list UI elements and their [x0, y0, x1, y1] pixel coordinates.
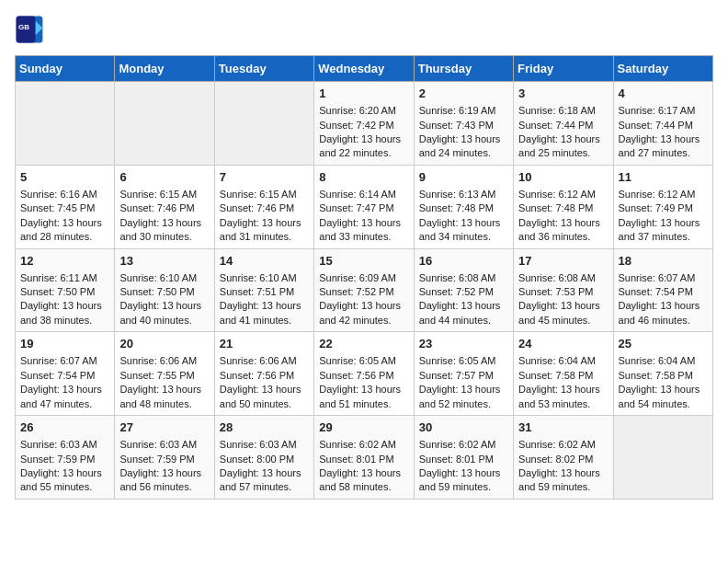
daylight: Daylight: 13 hours and 44 minutes.: [419, 300, 501, 325]
daylight: Daylight: 13 hours and 59 minutes.: [518, 467, 600, 492]
sunrise: Sunrise: 6:05 AM: [419, 355, 496, 366]
calendar-header: SundayMondayTuesdayWednesdayThursdayFrid…: [16, 56, 713, 82]
daylight: Daylight: 13 hours and 33 minutes.: [319, 217, 401, 242]
calendar-day-cell: 15Sunrise: 6:09 AMSunset: 7:52 PMDayligh…: [314, 248, 414, 332]
sunset: Sunset: 7:54 PM: [619, 286, 693, 297]
sunrise: Sunrise: 6:03 AM: [20, 439, 97, 450]
sunset: Sunset: 8:00 PM: [220, 454, 294, 465]
weekday-header: Friday: [514, 56, 613, 82]
weekday-header: Wednesday: [314, 56, 414, 82]
daylight: Daylight: 13 hours and 59 minutes.: [419, 467, 501, 492]
calendar-day-cell: 20Sunrise: 6:06 AMSunset: 7:55 PMDayligh…: [115, 332, 214, 416]
calendar-day-cell: 27Sunrise: 6:03 AMSunset: 7:59 PMDayligh…: [115, 416, 214, 500]
sunset: Sunset: 7:56 PM: [319, 370, 393, 381]
sunset: Sunset: 7:46 PM: [119, 202, 194, 213]
daylight: Daylight: 13 hours and 42 minutes.: [319, 300, 401, 325]
sunrise: Sunrise: 6:07 AM: [20, 355, 97, 366]
sunset: Sunset: 8:01 PM: [319, 454, 393, 465]
calendar-day-cell: [115, 82, 214, 166]
day-number: 9: [419, 169, 508, 186]
daylight: Daylight: 13 hours and 36 minutes.: [518, 217, 600, 242]
calendar-day-cell: 6Sunrise: 6:15 AMSunset: 7:46 PMDaylight…: [115, 165, 214, 248]
sunrise: Sunrise: 6:12 AM: [619, 189, 696, 200]
daylight: Daylight: 13 hours and 51 minutes.: [319, 384, 401, 408]
calendar-week-row: 5Sunrise: 6:16 AMSunset: 7:45 PMDaylight…: [16, 165, 713, 248]
sunset: Sunset: 7:50 PM: [119, 286, 194, 297]
sunrise: Sunrise: 6:11 AM: [20, 272, 97, 283]
sunrise: Sunrise: 6:15 AM: [119, 189, 197, 200]
calendar-day-cell: 7Sunrise: 6:15 AMSunset: 7:46 PMDaylight…: [214, 165, 313, 248]
daylight: Daylight: 13 hours and 57 minutes.: [220, 467, 301, 492]
day-number: 19: [20, 336, 109, 352]
daylight: Daylight: 13 hours and 55 minutes.: [20, 467, 102, 492]
calendar-day-cell: 4Sunrise: 6:17 AMSunset: 7:44 PMDaylight…: [613, 82, 712, 166]
daylight: Daylight: 13 hours and 47 minutes.: [20, 384, 102, 408]
weekday-header: Thursday: [414, 56, 513, 82]
calendar-day-cell: 26Sunrise: 6:03 AMSunset: 7:59 PMDayligh…: [16, 416, 115, 500]
day-number: 23: [419, 336, 508, 352]
calendar-day-cell: 24Sunrise: 6:04 AMSunset: 7:58 PMDayligh…: [514, 332, 613, 416]
sunset: Sunset: 7:57 PM: [419, 370, 494, 381]
sunrise: Sunrise: 6:18 AM: [518, 105, 596, 116]
calendar-day-cell: 11Sunrise: 6:12 AMSunset: 7:49 PMDayligh…: [613, 165, 712, 248]
day-number: 2: [419, 86, 508, 102]
calendar-day-cell: 1Sunrise: 6:20 AMSunset: 7:42 PMDaylight…: [314, 82, 414, 166]
weekday-row: SundayMondayTuesdayWednesdayThursdayFrid…: [16, 56, 713, 82]
calendar-week-row: 12Sunrise: 6:11 AMSunset: 7:50 PMDayligh…: [16, 248, 713, 332]
sunrise: Sunrise: 6:17 AM: [619, 105, 696, 116]
calendar-day-cell: 14Sunrise: 6:10 AMSunset: 7:51 PMDayligh…: [214, 248, 313, 332]
day-number: 13: [119, 253, 209, 270]
calendar-body: 1Sunrise: 6:20 AMSunset: 7:42 PMDaylight…: [16, 82, 713, 500]
sunrise: Sunrise: 6:06 AM: [119, 355, 197, 366]
sunset: Sunset: 7:49 PM: [619, 202, 693, 213]
daylight: Daylight: 13 hours and 45 minutes.: [518, 300, 600, 325]
calendar-day-cell: [214, 82, 313, 166]
sunrise: Sunrise: 6:10 AM: [119, 272, 197, 283]
calendar-week-row: 26Sunrise: 6:03 AMSunset: 7:59 PMDayligh…: [16, 416, 713, 500]
calendar-day-cell: 29Sunrise: 6:02 AMSunset: 8:01 PMDayligh…: [314, 416, 414, 500]
sunrise: Sunrise: 6:03 AM: [220, 439, 297, 450]
day-number: 24: [518, 336, 608, 352]
sunset: Sunset: 7:55 PM: [119, 370, 194, 381]
day-number: 6: [119, 169, 209, 186]
calendar-day-cell: 2Sunrise: 6:19 AMSunset: 7:43 PMDaylight…: [414, 82, 513, 166]
sunset: Sunset: 7:53 PM: [518, 286, 593, 297]
sunset: Sunset: 7:51 PM: [220, 286, 294, 297]
sunrise: Sunrise: 6:02 AM: [419, 439, 496, 450]
daylight: Daylight: 13 hours and 31 minutes.: [220, 217, 301, 242]
day-number: 29: [319, 419, 408, 436]
day-number: 17: [518, 253, 608, 270]
sunset: Sunset: 8:02 PM: [518, 454, 593, 465]
day-number: 21: [220, 336, 309, 352]
sunrise: Sunrise: 6:07 AM: [619, 272, 696, 283]
calendar-day-cell: 10Sunrise: 6:12 AMSunset: 7:48 PMDayligh…: [514, 165, 613, 248]
day-number: 18: [619, 253, 708, 270]
daylight: Daylight: 13 hours and 22 minutes.: [319, 133, 401, 158]
daylight: Daylight: 13 hours and 53 minutes.: [518, 384, 600, 408]
calendar-table: SundayMondayTuesdayWednesdayThursdayFrid…: [15, 55, 713, 500]
daylight: Daylight: 13 hours and 27 minutes.: [619, 133, 700, 158]
sunrise: Sunrise: 6:10 AM: [220, 272, 297, 283]
day-number: 4: [619, 86, 708, 102]
day-number: 25: [619, 336, 708, 352]
sunrise: Sunrise: 6:05 AM: [319, 355, 396, 366]
sunrise: Sunrise: 6:02 AM: [319, 439, 396, 450]
calendar-day-cell: [613, 416, 712, 500]
sunset: Sunset: 7:59 PM: [20, 454, 95, 465]
daylight: Daylight: 13 hours and 34 minutes.: [419, 217, 501, 242]
daylight: Daylight: 13 hours and 52 minutes.: [419, 384, 501, 408]
sunset: Sunset: 7:56 PM: [220, 370, 294, 381]
sunrise: Sunrise: 6:02 AM: [518, 439, 596, 450]
logo-icon: GB: [15, 15, 44, 44]
weekday-header: Sunday: [16, 56, 115, 82]
sunrise: Sunrise: 6:12 AM: [518, 189, 596, 200]
sunrise: Sunrise: 6:16 AM: [20, 189, 97, 200]
daylight: Daylight: 13 hours and 37 minutes.: [619, 217, 700, 242]
day-number: 31: [518, 419, 608, 436]
calendar-day-cell: 18Sunrise: 6:07 AMSunset: 7:54 PMDayligh…: [613, 248, 712, 332]
sunset: Sunset: 7:48 PM: [419, 202, 494, 213]
sunrise: Sunrise: 6:03 AM: [119, 439, 197, 450]
svg-text:GB: GB: [18, 23, 29, 31]
sunrise: Sunrise: 6:04 AM: [619, 355, 696, 366]
day-number: 15: [319, 253, 408, 270]
